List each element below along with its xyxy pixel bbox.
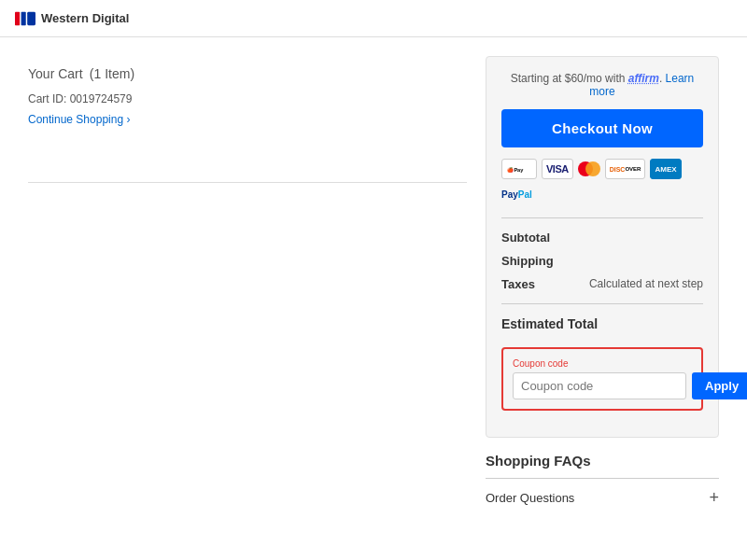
faq-item-order-questions[interactable]: Order Questions + [486,478,719,517]
summary-divider-2 [501,303,703,304]
discover-icon: DISCOVER [605,159,646,179]
faq-expand-icon[interactable]: + [709,488,719,508]
coupon-input[interactable] [513,372,686,399]
taxes-value: Calculated at next step [589,277,703,291]
subtotal-label: Subtotal [501,231,550,245]
right-panel: Starting at $60/mo with affirm. Learn mo… [486,56,719,517]
apple-pay-icon: 🍎Pay [501,159,537,179]
subtotal-row: Subtotal [501,226,703,249]
continue-shopping-link[interactable]: Continue Shopping › [28,113,130,126]
summary-divider-1 [501,217,703,218]
left-panel: Your Cart (1 Item) Cart ID: 0019724579 C… [28,56,467,517]
logo: Western Digital [15,8,129,29]
svg-rect-2 [27,11,35,25]
affirm-brand: affirm [628,72,659,85]
affirm-line: Starting at $60/mo with affirm. Learn mo… [501,72,703,98]
estimated-total-row: Estimated Total [501,312,703,336]
estimated-total-label: Estimated Total [501,316,598,331]
cart-divider [28,182,467,183]
coupon-section: Coupon code Apply [501,347,703,411]
shipping-label: Shipping [501,254,554,268]
taxes-row: Taxes Calculated at next step [501,273,703,296]
taxes-label: Taxes [501,277,535,291]
cart-title: Your Cart (1 Item) [28,56,467,85]
visa-icon: VISA [542,159,573,179]
coupon-row: Apply [513,372,692,399]
faq-item-label: Order Questions [486,491,574,505]
order-summary-box: Starting at $60/mo with affirm. Learn mo… [486,56,719,438]
logo-text: Western Digital [41,11,129,25]
shipping-row: Shipping [501,249,703,273]
amex-icon: AMEX [650,159,681,179]
svg-rect-0 [15,11,20,25]
main-content: Your Cart (1 Item) Cart ID: 0019724579 C… [0,37,747,536]
faqs-title: Shopping FAQs [486,453,719,469]
paypal-icon: PayPal [501,184,532,204]
svg-text:🍎Pay: 🍎Pay [507,166,524,174]
cart-id: Cart ID: 0019724579 [28,92,467,105]
faqs-section: Shopping FAQs Order Questions + [486,453,719,517]
mastercard-icon [578,159,600,179]
site-header: Western Digital [0,0,747,37]
svg-rect-1 [21,11,26,25]
checkout-button[interactable]: Checkout Now [501,109,703,147]
wd-logo-icon [15,8,35,29]
apply-button[interactable]: Apply [692,372,747,399]
coupon-label: Coupon code [513,358,692,369]
payment-icons-row: 🍎Pay VISA DISCOVER AMEX [501,159,703,204]
